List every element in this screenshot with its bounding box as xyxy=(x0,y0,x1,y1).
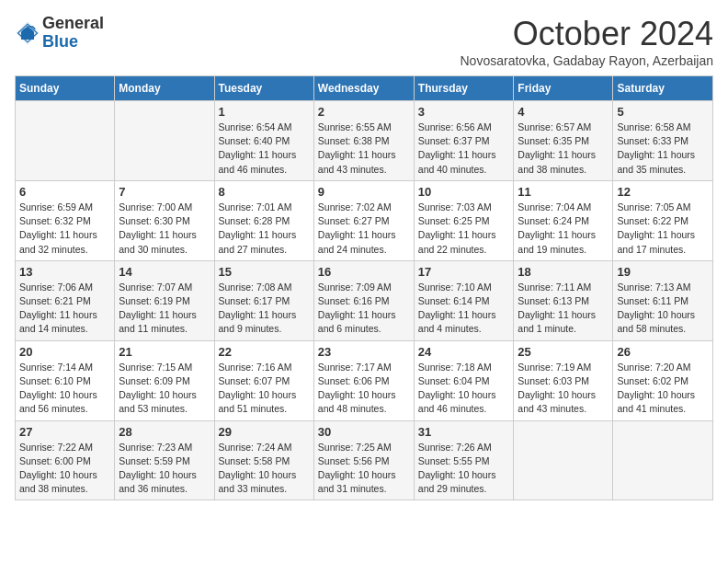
calendar-cell: 23Sunrise: 7:17 AM Sunset: 6:06 PM Dayli… xyxy=(313,340,414,420)
calendar-cell: 17Sunrise: 7:10 AM Sunset: 6:14 PM Dayli… xyxy=(414,260,514,340)
calendar-cell: 21Sunrise: 7:15 AM Sunset: 6:09 PM Dayli… xyxy=(115,340,214,420)
month-title: October 2024 xyxy=(461,15,714,53)
calendar-cell: 24Sunrise: 7:18 AM Sunset: 6:04 PM Dayli… xyxy=(414,340,514,420)
logo-text: General Blue xyxy=(42,15,104,52)
day-number: 1 xyxy=(219,105,310,119)
calendar-cell: 11Sunrise: 7:04 AM Sunset: 6:24 PM Dayli… xyxy=(514,180,613,260)
calendar-cell: 2Sunrise: 6:55 AM Sunset: 6:38 PM Daylig… xyxy=(313,101,414,181)
calendar-cell: 26Sunrise: 7:20 AM Sunset: 6:02 PM Dayli… xyxy=(613,340,713,420)
calendar-cell: 13Sunrise: 7:06 AM Sunset: 6:21 PM Dayli… xyxy=(16,260,115,340)
day-info: Sunrise: 6:58 AM Sunset: 6:33 PM Dayligh… xyxy=(617,121,709,177)
day-number: 24 xyxy=(418,345,510,359)
day-info: Sunrise: 7:26 AM Sunset: 5:55 PM Dayligh… xyxy=(418,441,510,497)
day-number: 11 xyxy=(518,185,609,199)
page-header: General Blue October 2024 Novosaratovka,… xyxy=(15,15,713,68)
day-info: Sunrise: 6:55 AM Sunset: 6:38 PM Dayligh… xyxy=(318,121,410,177)
calendar-cell: 8Sunrise: 7:01 AM Sunset: 6:28 PM Daylig… xyxy=(214,180,313,260)
week-row-2: 6Sunrise: 6:59 AM Sunset: 6:32 PM Daylig… xyxy=(16,180,713,260)
logo: General Blue xyxy=(15,15,104,52)
calendar-cell: 7Sunrise: 7:00 AM Sunset: 6:30 PM Daylig… xyxy=(115,180,214,260)
calendar-cell: 6Sunrise: 6:59 AM Sunset: 6:32 PM Daylig… xyxy=(16,180,115,260)
day-number: 26 xyxy=(617,345,709,359)
day-number: 5 xyxy=(617,105,709,119)
day-info: Sunrise: 6:59 AM Sunset: 6:32 PM Dayligh… xyxy=(19,201,110,257)
day-info: Sunrise: 7:07 AM Sunset: 6:19 PM Dayligh… xyxy=(119,281,210,337)
title-block: October 2024 Novosaratovka, Gadabay Rayo… xyxy=(461,15,714,68)
day-number: 13 xyxy=(19,265,110,279)
calendar-cell: 20Sunrise: 7:14 AM Sunset: 6:10 PM Dayli… xyxy=(16,340,115,420)
calendar-cell xyxy=(613,420,713,500)
day-info: Sunrise: 7:08 AM Sunset: 6:17 PM Dayligh… xyxy=(219,281,310,337)
day-info: Sunrise: 7:20 AM Sunset: 6:02 PM Dayligh… xyxy=(617,361,709,417)
day-info: Sunrise: 7:16 AM Sunset: 6:07 PM Dayligh… xyxy=(219,361,310,417)
day-number: 18 xyxy=(518,265,609,279)
calendar-cell: 12Sunrise: 7:05 AM Sunset: 6:22 PM Dayli… xyxy=(613,180,713,260)
day-number: 3 xyxy=(418,105,510,119)
day-number: 14 xyxy=(119,265,210,279)
day-info: Sunrise: 7:13 AM Sunset: 6:11 PM Dayligh… xyxy=(617,281,709,337)
week-row-3: 13Sunrise: 7:06 AM Sunset: 6:21 PM Dayli… xyxy=(16,260,713,340)
day-number: 17 xyxy=(418,265,510,279)
day-number: 31 xyxy=(418,425,510,439)
day-number: 23 xyxy=(318,345,410,359)
day-number: 6 xyxy=(19,185,110,199)
day-info: Sunrise: 7:17 AM Sunset: 6:06 PM Dayligh… xyxy=(318,361,410,417)
calendar-cell: 1Sunrise: 6:54 AM Sunset: 6:40 PM Daylig… xyxy=(214,101,313,181)
day-number: 20 xyxy=(19,345,110,359)
calendar-cell: 18Sunrise: 7:11 AM Sunset: 6:13 PM Dayli… xyxy=(514,260,613,340)
day-info: Sunrise: 7:14 AM Sunset: 6:10 PM Dayligh… xyxy=(19,361,110,417)
day-number: 7 xyxy=(119,185,210,199)
day-info: Sunrise: 7:03 AM Sunset: 6:25 PM Dayligh… xyxy=(418,201,510,257)
calendar-cell: 30Sunrise: 7:25 AM Sunset: 5:56 PM Dayli… xyxy=(313,420,414,500)
day-info: Sunrise: 7:11 AM Sunset: 6:13 PM Dayligh… xyxy=(518,281,609,337)
day-number: 27 xyxy=(19,425,110,439)
calendar-cell xyxy=(16,101,115,181)
calendar-cell: 29Sunrise: 7:24 AM Sunset: 5:58 PM Dayli… xyxy=(214,420,313,500)
day-info: Sunrise: 7:22 AM Sunset: 6:00 PM Dayligh… xyxy=(19,441,110,497)
day-number: 10 xyxy=(418,185,510,199)
col-header-monday: Monday xyxy=(115,76,214,101)
col-header-saturday: Saturday xyxy=(613,76,713,101)
day-info: Sunrise: 6:54 AM Sunset: 6:40 PM Dayligh… xyxy=(219,121,310,177)
calendar-cell xyxy=(115,101,214,181)
day-number: 4 xyxy=(518,105,609,119)
day-info: Sunrise: 7:02 AM Sunset: 6:27 PM Dayligh… xyxy=(318,201,410,257)
day-info: Sunrise: 7:00 AM Sunset: 6:30 PM Dayligh… xyxy=(119,201,210,257)
week-row-5: 27Sunrise: 7:22 AM Sunset: 6:00 PM Dayli… xyxy=(16,420,713,500)
calendar-cell: 5Sunrise: 6:58 AM Sunset: 6:33 PM Daylig… xyxy=(613,101,713,181)
day-info: Sunrise: 7:15 AM Sunset: 6:09 PM Dayligh… xyxy=(119,361,210,417)
col-header-sunday: Sunday xyxy=(16,76,115,101)
day-info: Sunrise: 7:19 AM Sunset: 6:03 PM Dayligh… xyxy=(518,361,609,417)
day-number: 12 xyxy=(617,185,709,199)
col-header-tuesday: Tuesday xyxy=(214,76,313,101)
calendar-table: SundayMondayTuesdayWednesdayThursdayFrid… xyxy=(15,75,713,500)
calendar-cell: 25Sunrise: 7:19 AM Sunset: 6:03 PM Dayli… xyxy=(514,340,613,420)
calendar-cell: 28Sunrise: 7:23 AM Sunset: 5:59 PM Dayli… xyxy=(115,420,214,500)
day-info: Sunrise: 7:24 AM Sunset: 5:58 PM Dayligh… xyxy=(219,441,310,497)
day-info: Sunrise: 7:01 AM Sunset: 6:28 PM Dayligh… xyxy=(219,201,310,257)
day-info: Sunrise: 7:09 AM Sunset: 6:16 PM Dayligh… xyxy=(318,281,410,337)
logo-general: General xyxy=(42,14,104,32)
day-info: Sunrise: 7:23 AM Sunset: 5:59 PM Dayligh… xyxy=(119,441,210,497)
day-number: 25 xyxy=(518,345,609,359)
week-row-4: 20Sunrise: 7:14 AM Sunset: 6:10 PM Dayli… xyxy=(16,340,713,420)
logo-icon xyxy=(15,20,40,46)
day-number: 28 xyxy=(119,425,210,439)
day-number: 16 xyxy=(318,265,410,279)
location-subtitle: Novosaratovka, Gadabay Rayon, Azerbaijan xyxy=(461,53,714,68)
day-info: Sunrise: 7:25 AM Sunset: 5:56 PM Dayligh… xyxy=(318,441,410,497)
day-number: 29 xyxy=(219,425,310,439)
day-info: Sunrise: 6:57 AM Sunset: 6:35 PM Dayligh… xyxy=(518,121,609,177)
col-header-wednesday: Wednesday xyxy=(313,76,414,101)
calendar-cell: 16Sunrise: 7:09 AM Sunset: 6:16 PM Dayli… xyxy=(313,260,414,340)
day-info: Sunrise: 7:10 AM Sunset: 6:14 PM Dayligh… xyxy=(418,281,510,337)
calendar-cell: 22Sunrise: 7:16 AM Sunset: 6:07 PM Dayli… xyxy=(214,340,313,420)
day-number: 9 xyxy=(318,185,410,199)
day-info: Sunrise: 7:04 AM Sunset: 6:24 PM Dayligh… xyxy=(518,201,609,257)
logo-blue: Blue xyxy=(42,32,78,51)
day-info: Sunrise: 7:05 AM Sunset: 6:22 PM Dayligh… xyxy=(617,201,709,257)
calendar-cell: 3Sunrise: 6:56 AM Sunset: 6:37 PM Daylig… xyxy=(414,101,514,181)
day-number: 2 xyxy=(318,105,410,119)
day-number: 21 xyxy=(119,345,210,359)
calendar-cell: 9Sunrise: 7:02 AM Sunset: 6:27 PM Daylig… xyxy=(313,180,414,260)
